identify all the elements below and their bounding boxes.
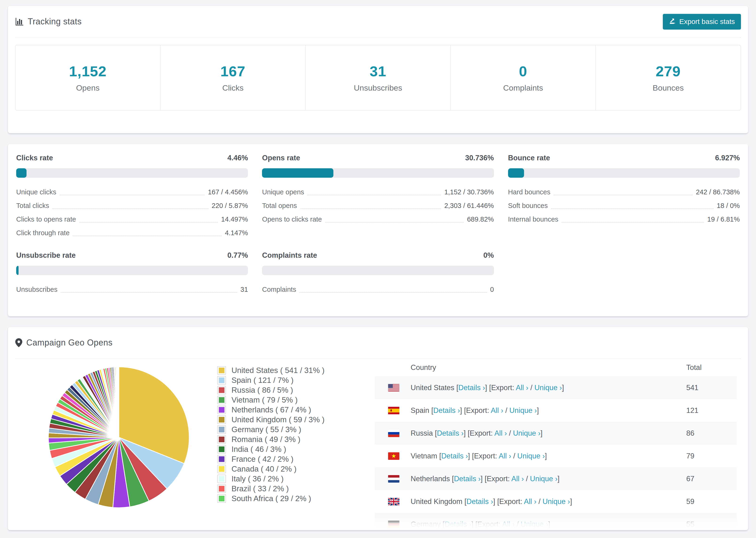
progress-bar-fill (262, 168, 333, 178)
rate-detail-value: 167 / 4.456% (208, 188, 248, 196)
legend-item: Netherlands ( 67 / 4% ) (217, 405, 360, 415)
legend-label: United States ( 541 / 31% ) (232, 366, 324, 375)
rate-detail-label: Total opens (262, 202, 297, 210)
country-links: United States [Details ›] [Export: All ›… (411, 384, 564, 392)
details-link[interactable]: Details › (441, 452, 468, 460)
details-link[interactable]: Details › (445, 520, 471, 528)
progress-bar-track (262, 266, 494, 275)
legend-swatch (217, 475, 226, 483)
stat-value: 167 (220, 63, 245, 80)
stat-value: 279 (656, 63, 681, 80)
stat-label: Unsubscribes (354, 83, 402, 92)
rate-detail-row: Unique opens1,152 / 30.736% (262, 188, 494, 195)
export-all-link[interactable]: All › (524, 497, 536, 506)
ru-flag-icon (388, 430, 399, 437)
rate-head: Unsubscribe rate0.77% (16, 251, 248, 260)
legend-item: United States ( 541 / 31% ) (217, 365, 360, 375)
stat-box: 1,152Opens (16, 45, 160, 110)
rate-value: 6.927% (715, 154, 740, 162)
legend-item: Brazil ( 33 / 2% ) (217, 484, 360, 494)
dotted-leader (80, 221, 218, 223)
legend-swatch (217, 376, 226, 385)
map-pin-icon (15, 338, 23, 348)
export-unique-link[interactable]: Unique › (543, 497, 570, 506)
rate-head: Complaints rate0% (262, 251, 494, 260)
export-unique-link[interactable]: Unique › (530, 475, 557, 483)
rate-detail-row: Internal bounces19 / 6.81% (508, 215, 740, 223)
country-cell: Spain [Details ›] [Export: All › / Uniqu… (375, 406, 686, 415)
country-cell: United States [Details ›] [Export: All ›… (375, 384, 686, 392)
legend-swatch (217, 465, 226, 473)
stat-label: Clicks (222, 83, 244, 92)
stat-box: 279Bounces (595, 45, 740, 110)
export-all-link[interactable]: All › (499, 452, 511, 460)
total-cell: 86 (686, 429, 737, 438)
export-unique-link[interactable]: Unique › (534, 384, 562, 392)
table-row: Spain [Details ›] [Export: All › / Uniqu… (375, 399, 737, 422)
legend-item: Canada ( 40 / 2% ) (217, 464, 360, 474)
legend-swatch (217, 405, 226, 414)
dotted-leader (325, 221, 464, 223)
rate-detail-row: Opens to clicks rate689.82% (262, 215, 494, 223)
dotted-leader (562, 221, 704, 223)
details-link[interactable]: Details › (433, 406, 460, 414)
export-all-link[interactable]: All › (502, 520, 514, 528)
export-all-link[interactable]: All › (495, 429, 507, 437)
tracking-stats-title: Tracking stats (15, 17, 82, 27)
rate-detail-label: Opens to clicks rate (262, 215, 322, 223)
export-unique-link[interactable]: Unique › (521, 520, 548, 528)
export-unique-link[interactable]: Unique › (509, 406, 537, 414)
export-all-link[interactable]: All › (512, 475, 524, 483)
rate-block: Complaints rate0%Complaints0 (262, 251, 494, 299)
rate-detail-label: Click through rate (16, 229, 70, 237)
details-link[interactable]: Details › (454, 475, 481, 483)
export-basic-stats-button[interactable]: Export basic stats (663, 14, 741, 29)
export-all-link[interactable]: All › (491, 406, 503, 414)
rate-detail-value: 14.497% (221, 215, 248, 223)
details-link[interactable]: Details › (466, 497, 493, 506)
dotted-leader (60, 193, 205, 195)
legend-item: Russia ( 86 / 5% ) (217, 385, 360, 395)
rate-value: 0% (483, 251, 494, 260)
export-unique-link[interactable]: Unique › (513, 429, 540, 437)
country-cell: Germany [Details ›] [Export: All › / Uni… (375, 520, 686, 529)
stat-value: 1,152 (69, 63, 107, 80)
legend-item: Italy ( 36 / 2% ) (217, 474, 360, 484)
legend-label: Romania ( 49 / 3% ) (232, 435, 300, 444)
progress-bar-track (16, 168, 248, 178)
legend-swatch (217, 425, 226, 434)
rate-block: Bounce rate6.927%Hard bounces242 / 86.73… (508, 154, 740, 243)
country-links: Spain [Details ›] [Export: All › / Uniqu… (411, 406, 539, 415)
export-unique-link[interactable]: Unique › (517, 452, 545, 460)
rate-rows: Hard bounces242 / 86.738%Soft bounces18 … (508, 188, 740, 223)
dotted-leader (299, 291, 487, 293)
stat-label: Complaints (503, 83, 543, 92)
legend-label: Russia ( 86 / 5% ) (232, 386, 293, 395)
table-row: Vietnam [Details ›] [Export: All › / Uni… (375, 445, 737, 467)
us-flag-icon (388, 384, 399, 392)
progress-bar-fill (508, 168, 524, 178)
legend-label: Netherlands ( 67 / 4% ) (232, 405, 311, 414)
details-link[interactable]: Details › (437, 429, 464, 437)
table-row: United Kingdom [Details ›] [Export: All … (375, 490, 737, 513)
rate-block: Clicks rate4.46%Unique clicks167 / 4.456… (16, 154, 248, 243)
rate-detail-value: 0 (490, 286, 494, 294)
rate-detail-label: Unique opens (262, 188, 304, 196)
total-cell: 55 (686, 520, 737, 529)
export-all-link[interactable]: All › (516, 384, 528, 392)
progress-bar-track (16, 266, 248, 275)
geo-pie-chart (15, 359, 196, 511)
details-link[interactable]: Details › (458, 384, 485, 392)
country-links: Germany [Details ›] [Export: All › / Uni… (411, 520, 550, 529)
rates-grid: Clicks rate4.46%Unique clicks167 / 4.456… (16, 154, 740, 299)
rate-detail-row: Hard bounces242 / 86.738% (508, 188, 740, 195)
rate-detail-row: Complaints0 (262, 286, 494, 293)
rate-detail-label: Unsubscribes (16, 286, 58, 294)
legend-item: Vietnam ( 79 / 5% ) (217, 395, 360, 405)
rate-value: 4.46% (227, 154, 248, 162)
rate-detail-label: Clicks to opens rate (16, 215, 76, 223)
rate-detail-value: 220 / 5.87% (212, 202, 248, 210)
country-cell: Vietnam [Details ›] [Export: All › / Uni… (375, 452, 686, 460)
page: Tracking stats Export basic stats 1,152O… (0, 0, 756, 530)
legend-item: France ( 42 / 2% ) (217, 454, 360, 464)
